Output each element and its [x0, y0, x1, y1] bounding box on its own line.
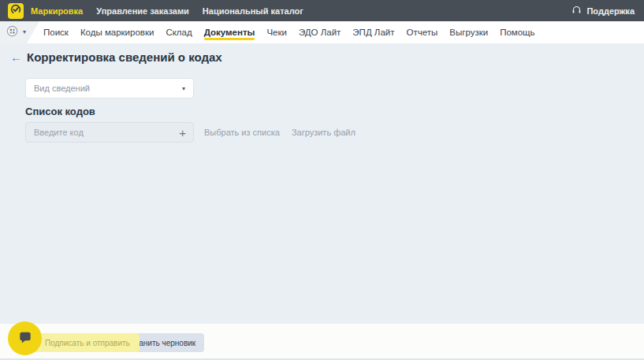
- back-button[interactable]: ←: [10, 50, 22, 64]
- codes-section-title: Список кодов: [25, 106, 95, 117]
- tab-pomosch[interactable]: Помощь: [500, 21, 534, 43]
- tab-bar: ▾ Поиск Коды маркировки Склад Документы …: [0, 21, 644, 43]
- code-input[interactable]: [34, 128, 178, 137]
- code-input-wrap: +: [25, 122, 194, 143]
- tab-label: Отчеты: [407, 28, 438, 37]
- code-entry-row: + Выбрать из списка Загрузить файл: [25, 122, 356, 143]
- select-from-list-link[interactable]: Выбрать из списка: [204, 128, 280, 137]
- tab-label: Чеки: [266, 28, 287, 37]
- tab-label: Выгрузки: [449, 28, 488, 37]
- chat-bubble-icon: [17, 329, 33, 347]
- tab-label: Помощь: [500, 28, 534, 37]
- active-tab-underline: [204, 38, 255, 40]
- info-type-select-placeholder: Вид сведений: [34, 84, 182, 93]
- tab-dokumenty[interactable]: Документы: [204, 21, 255, 43]
- product-category-switcher[interactable]: ▾: [0, 21, 39, 43]
- support-label: Поддержка: [586, 6, 635, 16]
- tab-label: Коды маркировки: [80, 28, 154, 37]
- tab-epd-lait[interactable]: ЭПД Лайт: [352, 21, 394, 43]
- top-nav-item-order-management[interactable]: Управление заказами: [96, 6, 189, 16]
- tab-label: Склад: [166, 28, 192, 37]
- check-icon: [10, 4, 21, 17]
- tab-label: Поиск: [43, 28, 69, 37]
- tabs: Поиск Коды маркировки Склад Документы Че…: [43, 21, 535, 43]
- tab-edo-lait[interactable]: ЭДО Лайт: [299, 21, 341, 43]
- add-code-button[interactable]: +: [178, 127, 187, 139]
- top-bar: Маркировка Управление заказами Националь…: [0, 0, 644, 21]
- tab-label: ЭДО Лайт: [299, 28, 341, 37]
- tab-cheki[interactable]: Чеки: [266, 21, 287, 43]
- tab-otchety[interactable]: Отчеты: [407, 21, 438, 43]
- top-nav-item-markirovka[interactable]: Маркировка: [31, 6, 83, 16]
- support-button[interactable]: Поддержка: [571, 5, 635, 17]
- top-nav: Маркировка Управление заказами Националь…: [31, 6, 303, 16]
- chevron-down-icon: ▾: [23, 29, 26, 35]
- page-title: Корректировка сведений о кодах: [27, 50, 222, 64]
- tab-kody-markirovki[interactable]: Коды маркировки: [80, 21, 154, 43]
- headset-icon: [571, 5, 582, 17]
- tab-vygruzki[interactable]: Выгрузки: [449, 21, 488, 43]
- app-window: Маркировка Управление заказами Националь…: [0, 0, 644, 360]
- tab-label: ЭПД Лайт: [352, 28, 394, 37]
- tab-sklad[interactable]: Склад: [166, 21, 192, 43]
- chat-widget-button[interactable]: [8, 321, 42, 355]
- upload-file-link[interactable]: Загрузить файл: [292, 128, 356, 137]
- chevron-down-icon: ▾: [182, 85, 185, 92]
- info-type-select[interactable]: Вид сведений ▾: [25, 78, 194, 98]
- tab-label: Документы: [204, 28, 255, 37]
- category-icon: [6, 25, 18, 39]
- chestny-znak-logo[interactable]: [8, 3, 24, 19]
- sign-and-send-button[interactable]: Подписать и отправить: [26, 333, 140, 352]
- top-nav-item-national-catalog[interactable]: Национальный каталог: [203, 6, 303, 16]
- footer-bar: Подписать и отправить Сохранить черновик: [0, 324, 644, 360]
- tab-poisk[interactable]: Поиск: [43, 21, 69, 43]
